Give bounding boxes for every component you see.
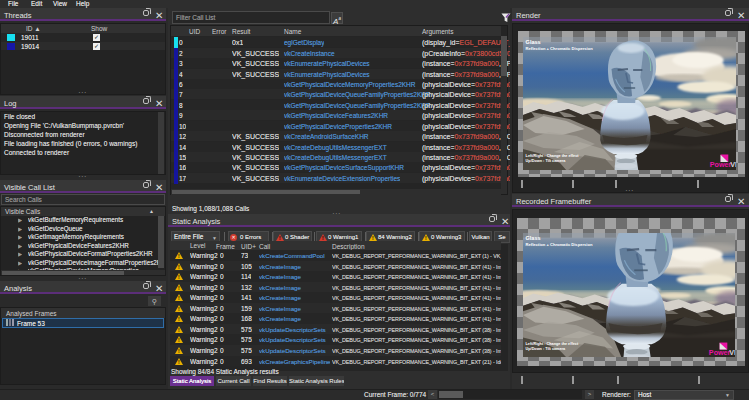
svg-text:VR: VR (730, 162, 736, 170)
svg-text:Reflection + Chromatic Dispers: Reflection + Chromatic Dispersion (526, 242, 593, 247)
svg-text:Up/Down : Tilt camera: Up/Down : Tilt camera (526, 159, 567, 163)
svg-text:Power: Power (710, 162, 732, 170)
svg-text:Left/Right : Change the effect: Left/Right : Change the effect (526, 342, 579, 346)
svg-text:Power: Power (709, 349, 731, 356)
svg-text:VR: VR (729, 349, 735, 356)
svg-text:Left/Right : Change the effect: Left/Right : Change the effect (526, 154, 580, 158)
svg-text:Glass: Glass (526, 235, 541, 241)
svg-text:Reflection + Chromatic Dispers: Reflection + Chromatic Dispersion (526, 47, 594, 52)
svg-text:Up/Down : Tilt camera: Up/Down : Tilt camera (526, 347, 567, 351)
svg-text:Glass: Glass (526, 40, 541, 46)
